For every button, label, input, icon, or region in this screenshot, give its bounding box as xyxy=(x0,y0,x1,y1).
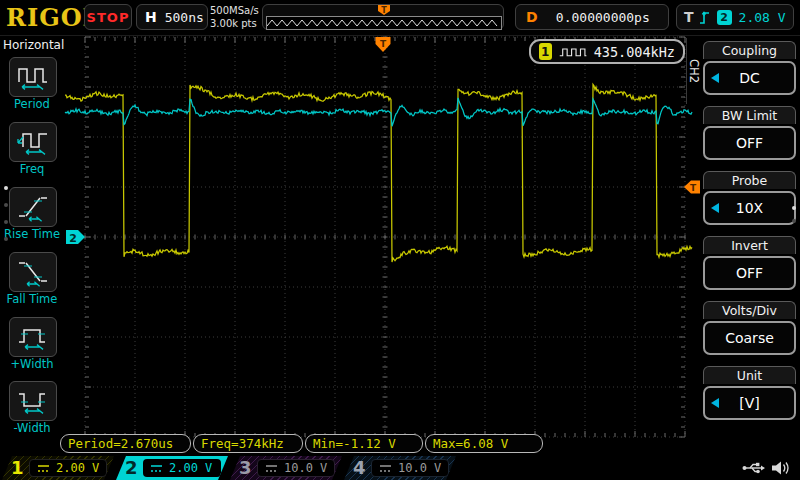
preview-trigger-marker-icon[interactable]: T xyxy=(377,5,391,16)
coupling-value: DC xyxy=(739,70,760,86)
channel-2-scale: 2.00 V xyxy=(169,461,212,475)
rise-time-label: Rise Time xyxy=(0,227,64,241)
trigger-position-marker[interactable]: T xyxy=(376,37,391,52)
menu-page-dot xyxy=(4,237,8,241)
channel-3-status[interactable]: 3 10.0 V xyxy=(230,456,342,480)
period-label: Period xyxy=(0,97,64,111)
rise-time-icon xyxy=(16,192,50,222)
unit-title: Unit xyxy=(703,366,796,384)
measurement-period[interactable]: Period=2.670us xyxy=(60,434,191,453)
horizontal-timebase-button[interactable]: H 500ns xyxy=(136,4,208,30)
fall-time-label: Fall Time xyxy=(0,292,64,306)
channel-3-scale-box: 10.0 V xyxy=(257,459,335,477)
frequency-counter-badge: 1 435.004kHz xyxy=(529,39,685,64)
menu-page-dot xyxy=(4,203,8,207)
square-wave-icon xyxy=(559,45,587,59)
oscilloscope-screen: TT2 1 435.004kHz RIGOL STOP H 500ns 500M… xyxy=(0,0,800,480)
measure-rise-time-button[interactable] xyxy=(9,187,57,227)
channel-1-number: 1 xyxy=(11,457,24,478)
menu-page-dot xyxy=(792,219,796,223)
select-arrow-icon xyxy=(711,203,719,213)
trigger-level-marker[interactable]: T xyxy=(684,181,700,194)
minus-width-icon xyxy=(16,386,50,416)
channel-status-bar: 1 2.00 V 2 2.00 V 3 xyxy=(0,456,800,480)
measurement-freq[interactable]: Freq=374kHz xyxy=(193,434,303,453)
probe-value-button[interactable]: 10X xyxy=(703,191,796,225)
left-softkey-menu: Horizontal Period Freq Rise Time xyxy=(0,35,64,455)
horizontal-delay-button[interactable]: D 0.00000000ps xyxy=(515,4,669,30)
svg-text:2: 2 xyxy=(69,232,77,245)
acquisition-info: 500MSa/s 3.00k pts xyxy=(210,4,259,30)
channel-2-number: 2 xyxy=(125,457,138,478)
dc-coupling-icon xyxy=(150,464,163,473)
menu-page-dot xyxy=(4,186,8,190)
dc-coupling-icon xyxy=(37,464,50,473)
counter-value: 435.004kHz xyxy=(594,44,675,60)
counter-source-chip: 1 xyxy=(539,43,552,60)
bw-limit-value-button[interactable]: OFF xyxy=(703,126,796,160)
menu-page-dot xyxy=(4,220,8,224)
menu-page-dot xyxy=(792,206,796,210)
channel-4-scale-box: 10.0 V xyxy=(371,459,449,477)
dc-coupling-icon xyxy=(265,464,278,473)
channel-2-scale-box: 2.00 V xyxy=(143,459,221,477)
channel-1-scale-box: 2.00 V xyxy=(29,459,107,477)
rising-edge-icon xyxy=(699,10,712,25)
channel-2-status[interactable]: 2 2.00 V xyxy=(116,456,228,480)
top-status-bar: RIGOL STOP H 500ns 500MSa/s 3.00k pts T … xyxy=(0,0,800,36)
measure-freq-button[interactable] xyxy=(9,122,57,162)
unit-value-button[interactable]: [V] xyxy=(703,386,796,420)
measurement-max[interactable]: Max=6.08 V xyxy=(425,434,543,453)
bw-limit-title: BW Limit xyxy=(703,106,796,124)
invert-value-button[interactable]: OFF xyxy=(703,256,796,290)
sample-rate: 500MSa/s xyxy=(210,4,259,17)
svg-text:T: T xyxy=(380,39,387,49)
freq-icon xyxy=(16,127,50,157)
svg-text:T: T xyxy=(381,6,387,15)
coupling-title: Coupling xyxy=(703,41,796,59)
waveform-display: TT2 xyxy=(0,0,800,480)
select-arrow-icon xyxy=(711,398,719,408)
volts-div-title: Volts/Div xyxy=(703,301,796,319)
run-state-button[interactable]: STOP xyxy=(84,4,132,30)
right-softkey-menu: CH2 Coupling DC BW Limit OFF Probe 10X I… xyxy=(700,35,800,455)
run-state-label: STOP xyxy=(87,10,130,25)
timebase-value: 500ns xyxy=(165,10,204,25)
plus-width-label: +Width xyxy=(0,357,64,371)
invert-title: Invert xyxy=(703,236,796,254)
unit-value: [V] xyxy=(739,395,760,411)
measure-fall-time-button[interactable] xyxy=(9,252,57,292)
measure-period-button[interactable] xyxy=(9,57,57,97)
h-label: H xyxy=(145,9,157,25)
fall-time-icon xyxy=(16,257,50,287)
coupling-value-button[interactable]: DC xyxy=(703,61,796,95)
plus-width-icon xyxy=(16,322,50,352)
ch2-ground-marker[interactable]: 2 xyxy=(66,230,85,245)
freq-label: Freq xyxy=(0,162,64,176)
memory-position-preview[interactable]: T xyxy=(262,4,504,30)
usb-icon xyxy=(742,460,766,476)
trigger-source-chip: 2 xyxy=(717,10,732,25)
volts-div-value-button[interactable]: Coarse xyxy=(703,321,796,355)
channel-4-scale: 10.0 V xyxy=(398,461,441,475)
memory-depth: 3.00k pts xyxy=(210,17,259,30)
channel-menu-tab: CH2 xyxy=(686,38,701,104)
delay-label: D xyxy=(526,9,538,25)
channel-3-scale: 10.0 V xyxy=(284,461,327,475)
measure-neg-width-button[interactable] xyxy=(9,381,57,421)
minus-width-label: -Width xyxy=(0,421,64,435)
channel-4-status[interactable]: 4 10.0 V xyxy=(344,456,456,480)
measurement-min[interactable]: Min=-1.12 V xyxy=(305,434,423,453)
trigger-status-button[interactable]: T 2 2.08 V xyxy=(676,4,794,30)
probe-title: Probe xyxy=(703,171,796,189)
channel-1-status[interactable]: 1 2.00 V xyxy=(2,456,114,480)
select-arrow-icon xyxy=(711,73,719,83)
volts-div-value: Coarse xyxy=(725,330,774,346)
channel-3-number: 3 xyxy=(239,457,252,478)
preview-window xyxy=(266,16,502,30)
trigger-label: T xyxy=(684,9,694,25)
period-icon xyxy=(16,62,50,92)
invert-value: OFF xyxy=(736,265,763,281)
measure-pos-width-button[interactable] xyxy=(9,317,57,357)
dc-coupling-icon xyxy=(379,464,392,473)
